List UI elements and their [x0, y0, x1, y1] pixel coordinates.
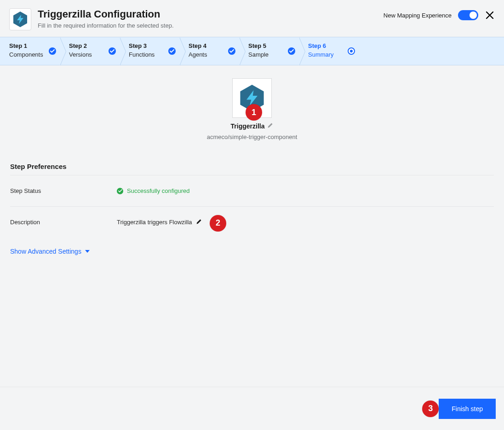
header-component-icon	[9, 8, 31, 30]
page-title: Triggerzilla Configuration	[38, 8, 384, 20]
config-header: Triggerzilla Configuration Fill in the r…	[0, 0, 504, 37]
step-complete-icon	[288, 47, 295, 55]
show-advanced-settings-label: Show Advanced Settings	[10, 248, 81, 255]
component-icon-box: 1	[232, 78, 272, 118]
success-check-icon	[117, 188, 123, 194]
wizard-footer: 3 Finish step	[0, 387, 504, 430]
annotation-3: 3	[422, 401, 439, 417]
bolt-hex-icon	[13, 12, 27, 27]
wizard-step-2[interactable]: Step 2Versions	[60, 37, 120, 65]
edit-name-button[interactable]	[267, 122, 273, 130]
pref-row-status: Step Status Successfully configured	[10, 175, 494, 206]
wizard-step-5[interactable]: Step 5Sample	[239, 37, 299, 65]
chevron-down-icon	[85, 250, 90, 253]
new-mapping-experience-toggle[interactable]	[458, 10, 478, 20]
show-advanced-settings-link[interactable]: Show Advanced Settings	[10, 248, 90, 255]
step-preferences-title: Step Preferences	[10, 163, 494, 170]
step-status-text: Successfully configured	[127, 187, 190, 194]
close-button[interactable]	[485, 10, 495, 20]
wizard-step-4[interactable]: Step 4Agents	[179, 37, 239, 65]
header-controls: New Mapping Experience	[384, 10, 495, 20]
component-name: Triggerzilla	[231, 122, 265, 130]
header-text-block: Triggerzilla Configuration Fill in the r…	[38, 8, 384, 29]
annotation-2: 2	[210, 215, 226, 232]
description-text: Triggerzilla triggers Flowzilla	[117, 219, 192, 226]
finish-step-button[interactable]: Finish step	[439, 399, 496, 419]
annotation-1: 1	[246, 104, 262, 121]
description-label: Description	[10, 219, 117, 226]
new-mapping-experience-label: New Mapping Experience	[384, 12, 452, 19]
step-preferences-section: Step Preferences Step Status Successfull…	[0, 163, 504, 256]
wizard-step-3[interactable]: Step 3Functions	[120, 37, 179, 65]
component-summary-block: 1 Triggerzilla acmeco/simple-trigger-com…	[0, 65, 504, 140]
step-complete-icon	[348, 47, 355, 55]
component-slug: acmeco/simple-trigger-component	[207, 134, 298, 140]
step-complete-icon	[228, 47, 235, 55]
close-icon	[486, 11, 494, 19]
step-status-label: Step Status	[10, 187, 117, 194]
step-complete-icon	[168, 47, 176, 55]
wizard-stepper: Step 1ComponentsStep 2VersionsStep 3Func…	[0, 37, 504, 65]
wizard-step-1[interactable]: Step 1Components	[0, 37, 60, 65]
step-complete-icon	[109, 47, 116, 55]
step-complete-icon	[49, 47, 56, 55]
wizard-step-6[interactable]: Step 6Summary	[299, 37, 359, 65]
component-name-row: Triggerzilla	[231, 122, 274, 130]
pencil-icon	[196, 219, 202, 225]
pencil-icon	[267, 122, 273, 128]
pref-row-description: Description Triggerzilla triggers Flowzi…	[10, 206, 494, 238]
description-value-wrap: Triggerzilla triggers Flowzilla 2	[117, 219, 202, 226]
step-status-value: Successfully configured	[117, 187, 190, 194]
page-subtitle: Fill in the required information for the…	[38, 22, 384, 29]
edit-description-button[interactable]	[196, 219, 202, 226]
